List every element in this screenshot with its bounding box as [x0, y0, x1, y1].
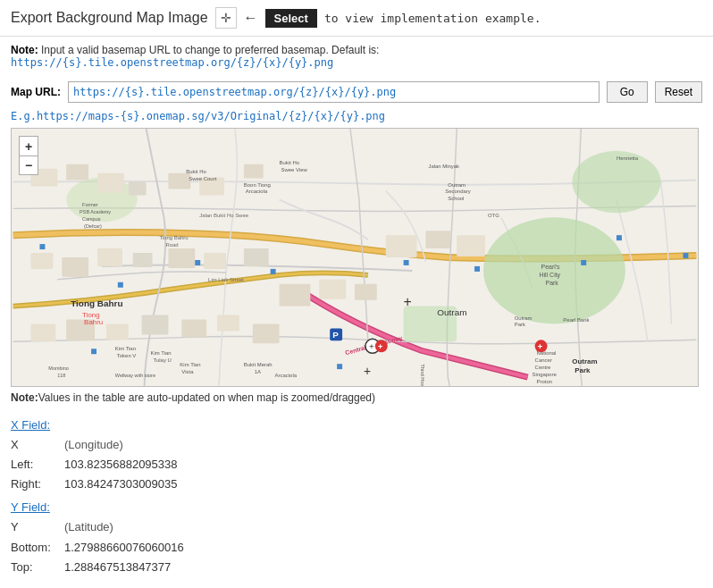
svg-text:OTG: OTG — [488, 213, 499, 218]
y-field-heading: Y Field: — [11, 500, 50, 514]
svg-rect-29 — [106, 323, 129, 340]
svg-rect-99 — [118, 282, 123, 288]
svg-text:Third Hosp...: Third Hosp... — [420, 364, 425, 386]
x-left-value: 103.82356882095338 — [64, 455, 178, 475]
map-note-text: Values in the table are auto-updated on … — [38, 391, 375, 404]
x-left-row: Left: 103.82356882095338 — [11, 455, 702, 475]
y-bottom-label: Bottom: — [11, 538, 64, 558]
svg-rect-107 — [91, 349, 96, 354]
reset-button[interactable]: Reset — [655, 81, 702, 103]
svg-text:Bukit Ho: Bukit Ho — [186, 169, 206, 174]
export-btn-container: Export MapImage — [0, 584, 713, 588]
x-field-heading: X Field: — [11, 418, 50, 432]
y-bottom-row: Bottom: 1.27988660076060016 — [11, 538, 702, 558]
svg-text:Tulay U: Tulay U — [154, 357, 172, 363]
map-zoom-controls: + − — [19, 136, 38, 175]
svg-text:Former: Former — [82, 202, 98, 207]
svg-text:Kim Tian: Kim Tian — [115, 346, 136, 351]
svg-rect-12 — [97, 173, 124, 193]
svg-text:Road: Road — [165, 242, 178, 248]
zoom-in-button[interactable]: + — [19, 136, 38, 155]
zoom-out-button[interactable]: − — [19, 155, 38, 175]
svg-text:Mombino: Mombino — [48, 365, 68, 371]
x-right-value: 103.84247303009035 — [64, 475, 178, 494]
svg-text:Park: Park — [515, 322, 525, 327]
svg-text:118: 118 — [57, 373, 65, 378]
svg-rect-23 — [244, 248, 269, 266]
svg-text:PSB Academy: PSB Academy — [80, 209, 111, 214]
y-top-value: 1.288467513847377 — [64, 558, 171, 577]
header-description: to view implementation example. — [324, 12, 541, 25]
svg-text:Bahru: Bahru — [84, 318, 103, 326]
svg-text:Proton: Proton — [537, 379, 553, 384]
svg-text:P: P — [332, 330, 339, 340]
y-field-key: Y — [11, 517, 64, 537]
svg-text:Boon Tiong: Boon Tiong — [244, 182, 271, 188]
svg-rect-20 — [133, 253, 153, 267]
svg-rect-25 — [319, 280, 346, 299]
svg-text:Kim Tian: Kim Tian — [180, 362, 200, 367]
svg-text:Outram: Outram — [515, 315, 533, 321]
svg-text:Cancer: Cancer — [535, 357, 552, 363]
note-text: Input a valid basemap URL to change to p… — [41, 44, 379, 56]
svg-text:Pearl's: Pearl's — [541, 264, 561, 270]
y-top-row: Top: 1.288467513847377 — [11, 558, 702, 577]
svg-rect-32 — [217, 315, 239, 332]
svg-text:Wellway with store: Wellway with store — [115, 373, 155, 378]
note-line1: Note: Input a valid basemap URL to chang… — [11, 44, 702, 56]
svg-rect-36 — [457, 235, 485, 256]
svg-text:Henrietta: Henrietta — [617, 155, 639, 161]
svg-text:Campus: Campus — [82, 216, 101, 222]
svg-text:Outram: Outram — [437, 307, 466, 317]
svg-rect-17 — [31, 253, 54, 269]
x-field-key: X — [11, 435, 64, 455]
svg-text:(Defcar): (Defcar) — [84, 223, 102, 229]
y-top-label: Top: — [11, 558, 64, 577]
example-url: E.g.https://maps-{s}.onemap.sg/v3/Origin… — [0, 108, 713, 128]
svg-text:Swee Court: Swee Court — [189, 176, 216, 181]
svg-text:+: + — [364, 364, 371, 378]
x-right-label: Right: — [11, 475, 64, 494]
svg-rect-11 — [66, 164, 88, 181]
svg-text:Bukit Ho: Bukit Ho — [280, 160, 300, 165]
fields-section: X Field: X (Longitude) Left: 103.8235688… — [0, 408, 713, 584]
svg-text:Park: Park — [546, 280, 559, 286]
svg-rect-31 — [181, 320, 206, 338]
svg-text:Bukit Merah: Bukit Merah — [244, 362, 273, 367]
svg-rect-21 — [168, 248, 195, 268]
svg-rect-27 — [31, 323, 56, 341]
svg-text:Vista: Vista — [181, 369, 194, 374]
svg-rect-13 — [129, 182, 147, 196]
svg-text:Tiong Bahru: Tiong Bahru — [160, 235, 189, 240]
y-field-row: Y (Latitude) — [11, 517, 702, 537]
svg-text:Swee View: Swee View — [281, 167, 308, 172]
y-field-heading-row: Y Field: — [11, 498, 702, 517]
map-container: + − — [11, 128, 699, 387]
svg-rect-106 — [683, 253, 688, 258]
svg-text:Tiong: Tiong — [82, 311, 100, 319]
svg-text:Secondary: Secondary — [445, 189, 470, 194]
svg-text:School: School — [448, 196, 464, 201]
x-right-row: Right: 103.84247303009035 — [11, 475, 702, 494]
svg-rect-35 — [425, 231, 450, 248]
svg-text:Centre: Centre — [535, 365, 552, 370]
go-button[interactable]: Go — [607, 81, 648, 103]
svg-rect-103 — [474, 266, 480, 272]
map-url-label: Map URL: — [11, 86, 61, 98]
svg-rect-104 — [581, 260, 586, 265]
svg-rect-26 — [355, 284, 377, 300]
svg-text:Token V: Token V — [117, 353, 136, 358]
y-bottom-value: 1.27988660076060016 — [64, 538, 184, 558]
svg-text:Hill City: Hill City — [540, 272, 561, 279]
svg-text:+: + — [369, 341, 374, 351]
map-url-row: Map URL: Go Reset — [0, 76, 713, 108]
svg-rect-34 — [386, 235, 417, 257]
map-url-input[interactable] — [68, 81, 600, 103]
y-field-desc: (Latitude) — [64, 517, 172, 537]
svg-rect-102 — [404, 260, 409, 265]
select-button[interactable]: Select — [265, 9, 317, 28]
x-left-label: Left: — [11, 455, 64, 475]
svg-text:Jalan Bukit Ho Swee: Jalan Bukit Ho Swee — [199, 213, 248, 218]
svg-text:Outram: Outram — [448, 182, 466, 188]
svg-text:Park: Park — [575, 366, 591, 374]
